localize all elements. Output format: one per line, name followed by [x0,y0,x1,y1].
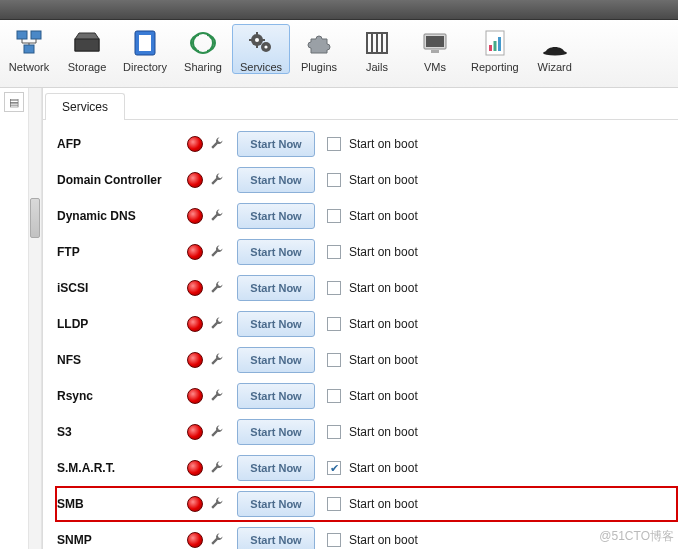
status-stopped-icon[interactable] [187,460,203,476]
collapse-tree-icon[interactable]: ▤ [4,92,24,112]
status-stopped-icon[interactable] [187,208,203,224]
start-on-boot-checkbox[interactable] [327,209,341,223]
status-stopped-icon[interactable] [187,280,203,296]
start-on-boot-checkbox[interactable] [327,173,341,187]
start-now-button[interactable]: Start Now [237,167,315,193]
start-on-boot-checkbox[interactable] [327,497,341,511]
status-stopped-icon[interactable] [187,496,203,512]
wrench-icon[interactable] [209,352,225,368]
status-stopped-icon[interactable] [187,532,203,548]
start-now-button[interactable]: Start Now [237,383,315,409]
plugins-icon [303,27,335,59]
start-on-boot-checkbox[interactable] [327,353,341,367]
start-now-button[interactable]: Start Now [237,491,315,517]
tree-scrollbar[interactable] [28,88,42,549]
start-on-boot-checkbox[interactable] [327,461,341,475]
toolbar-item-services[interactable]: Services [232,24,290,74]
svg-rect-25 [498,37,501,51]
status-stopped-icon[interactable] [187,136,203,152]
start-on-boot-checkbox[interactable] [327,245,341,259]
window-titlebar [0,0,678,20]
wrench-icon[interactable] [209,208,225,224]
toolbar-item-directory[interactable]: Directory [116,24,174,74]
tab-label: Services [62,100,108,114]
service-name: Domain Controller [57,173,187,187]
toolbar-item-sharing[interactable]: Sharing [174,24,232,74]
start-on-boot-checkbox[interactable] [327,425,341,439]
start-on-boot-label[interactable]: Start on boot [349,533,418,547]
scrollbar-thumb[interactable] [30,198,40,238]
start-on-boot-label[interactable]: Start on boot [349,245,418,259]
start-on-boot-label[interactable]: Start on boot [349,497,418,511]
svg-point-9 [255,38,259,42]
start-on-boot-label[interactable]: Start on boot [349,425,418,439]
status-stopped-icon[interactable] [187,244,203,260]
start-now-button[interactable]: Start Now [237,275,315,301]
start-on-boot-checkbox[interactable] [327,533,341,547]
toolbar-item-network[interactable]: Network [0,24,58,74]
service-name: NFS [57,353,187,367]
start-on-boot-checkbox[interactable] [327,137,341,151]
wrench-icon[interactable] [209,496,225,512]
service-name: Rsync [57,389,187,403]
wrench-icon[interactable] [209,388,225,404]
start-now-button[interactable]: Start Now [237,419,315,445]
svg-rect-3 [75,39,99,51]
service-name: SNMP [57,533,187,547]
wrench-icon[interactable] [209,280,225,296]
tab-services[interactable]: Services [45,93,125,120]
status-stopped-icon[interactable] [187,388,203,404]
toolbar-item-storage[interactable]: Storage [58,24,116,74]
start-now-button[interactable]: Start Now [237,239,315,265]
svg-rect-0 [17,31,27,39]
start-on-boot-checkbox[interactable] [327,281,341,295]
storage-icon [71,27,103,59]
directory-icon [129,27,161,59]
service-row: Domain ControllerStart NowStart on boot [55,162,678,198]
svg-rect-24 [493,41,496,51]
toolbar-item-jails[interactable]: Jails [348,24,406,74]
start-on-boot-label[interactable]: Start on boot [349,389,418,403]
start-now-button[interactable]: Start Now [237,455,315,481]
start-on-boot-label[interactable]: Start on boot [349,137,418,151]
wrench-icon[interactable] [209,532,225,548]
start-now-button[interactable]: Start Now [237,527,315,549]
toolbar-item-vms[interactable]: VMs [406,24,464,74]
toolbar-label: Plugins [301,61,337,73]
status-stopped-icon[interactable] [187,352,203,368]
start-on-boot-label[interactable]: Start on boot [349,173,418,187]
toolbar-item-plugins[interactable]: Plugins [290,24,348,74]
status-stopped-icon[interactable] [187,316,203,332]
start-on-boot-checkbox[interactable] [327,389,341,403]
start-now-button[interactable]: Start Now [237,347,315,373]
start-now-button[interactable]: Start Now [237,311,315,337]
wrench-icon[interactable] [209,424,225,440]
start-on-boot-label[interactable]: Start on boot [349,209,418,223]
service-row: RsyncStart NowStart on boot [55,378,678,414]
svg-point-10 [264,45,267,48]
service-row: S.M.A.R.T.Start NowStart on boot [55,450,678,486]
status-stopped-icon[interactable] [187,172,203,188]
toolbar-label: Sharing [184,61,222,73]
start-now-button[interactable]: Start Now [237,203,315,229]
start-now-button[interactable]: Start Now [237,131,315,157]
start-on-boot-label[interactable]: Start on boot [349,281,418,295]
wrench-icon[interactable] [209,316,225,332]
wrench-icon[interactable] [209,460,225,476]
toolbar-item-wizard[interactable]: Wizard [526,24,584,74]
status-stopped-icon[interactable] [187,424,203,440]
svg-rect-20 [426,36,444,47]
service-row: NFSStart NowStart on boot [55,342,678,378]
wrench-icon[interactable] [209,172,225,188]
start-on-boot-checkbox[interactable] [327,317,341,331]
start-on-boot-label[interactable]: Start on boot [349,353,418,367]
wrench-icon[interactable] [209,244,225,260]
toolbar-label: Jails [366,61,388,73]
wrench-icon[interactable] [209,136,225,152]
toolbar-item-reporting[interactable]: Reporting [464,24,526,74]
watermark: @51CTO博客 [599,528,674,545]
start-on-boot-label[interactable]: Start on boot [349,461,418,475]
service-row: FTPStart NowStart on boot [55,234,678,270]
start-on-boot-label[interactable]: Start on boot [349,317,418,331]
service-name: SMB [57,497,187,511]
